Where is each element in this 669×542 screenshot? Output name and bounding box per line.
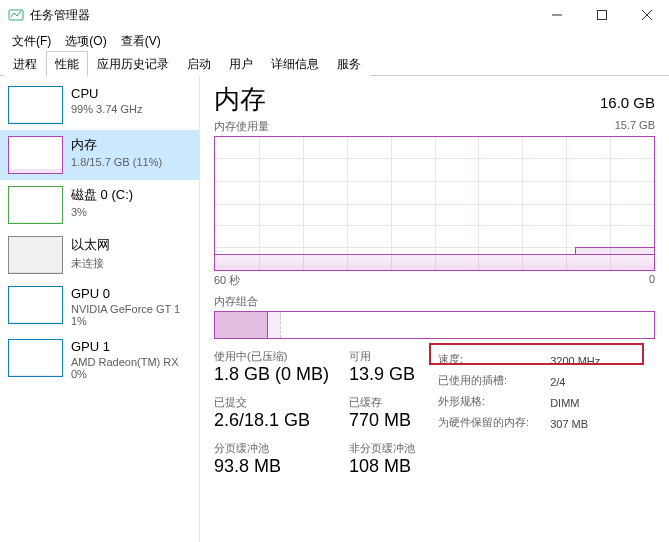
stats-section: 使用中(已压缩) 1.8 GB (0 MB) 已提交 2.6/18.1 GB 分…: [214, 349, 655, 477]
detail-total: 16.0 GB: [600, 94, 655, 111]
close-button[interactable]: [624, 1, 669, 29]
detail-title: 内存: [214, 82, 266, 117]
stat-paged: 分页缓冲池 93.8 MB: [214, 441, 329, 477]
thumb-gpu: [8, 286, 63, 324]
tab-3[interactable]: 启动: [178, 51, 220, 76]
task-manager-icon: [8, 7, 24, 23]
sidebar-item-sub: 未连接: [71, 256, 110, 271]
menu-view[interactable]: 查看(V): [115, 31, 167, 52]
tab-4[interactable]: 用户: [220, 51, 262, 76]
tab-6[interactable]: 服务: [328, 51, 370, 76]
sidebar-item-sub: 3%: [71, 206, 133, 218]
tab-2[interactable]: 应用历史记录: [88, 51, 178, 76]
sidebar-item-title: 磁盘 0 (C:): [71, 186, 133, 204]
axis-right: 0: [649, 273, 655, 288]
stat-available: 可用 13.9 GB: [349, 349, 415, 385]
stat-committed: 已提交 2.6/18.1 GB: [214, 395, 329, 431]
sidebar-item-sub: NVIDIA GeForce GT 1 1%: [71, 303, 180, 327]
sidebar: CPU99% 3.74 GHz内存1.8/15.7 GB (11%)磁盘 0 (…: [0, 76, 200, 542]
info-reserved-row: 为硬件保留的内存:307 MB: [437, 414, 601, 433]
sidebar-item-disk-2[interactable]: 磁盘 0 (C:)3%: [0, 180, 199, 230]
sidebar-item-mem-1[interactable]: 内存1.8/15.7 GB (11%): [0, 130, 199, 180]
sidebar-item-sub: 1.8/15.7 GB (11%): [71, 156, 162, 168]
info-slots-row: 已使用的插槽:2/4: [437, 372, 601, 391]
main-area: CPU99% 3.74 GHz内存1.8/15.7 GB (11%)磁盘 0 (…: [0, 76, 669, 542]
memory-composition-bar[interactable]: [214, 311, 655, 339]
titlebar: 任务管理器: [0, 0, 669, 30]
tab-bar: 进程性能应用历史记录启动用户详细信息服务: [0, 52, 669, 76]
sidebar-item-title: 以太网: [71, 236, 110, 254]
sidebar-item-title: GPU 1: [71, 339, 179, 354]
sidebar-item-sub: 99% 3.74 GHz: [71, 103, 143, 115]
sidebar-item-gpu-4[interactable]: GPU 0NVIDIA GeForce GT 1 1%: [0, 280, 199, 333]
thumb-disk: [8, 186, 63, 224]
thumb-cpu: [8, 86, 63, 124]
minimize-button[interactable]: [534, 1, 579, 29]
info-table: 速度:3200 MHz 已使用的插槽:2/4 外形规格:DIMM 为硬件保留的内…: [435, 349, 603, 435]
sidebar-item-title: 内存: [71, 136, 162, 154]
thumb-gpu: [8, 339, 63, 377]
info-speed-row: 速度:3200 MHz: [437, 351, 601, 370]
sidebar-item-eth-3[interactable]: 以太网未连接: [0, 230, 199, 280]
usage-max: 15.7 GB: [615, 119, 655, 134]
thumb-mem: [8, 136, 63, 174]
menu-options[interactable]: 选项(O): [59, 31, 112, 52]
usage-label: 内存使用量: [214, 119, 269, 134]
sidebar-item-title: GPU 0: [71, 286, 180, 301]
thumb-eth: [8, 236, 63, 274]
window-controls: [534, 1, 669, 29]
tab-5[interactable]: 详细信息: [262, 51, 328, 76]
tab-1[interactable]: 性能: [46, 51, 88, 76]
detail-panel: 内存 16.0 GB 内存使用量 15.7 GB 60 秒 0 内存组合: [200, 76, 669, 542]
stat-cached: 已缓存 770 MB: [349, 395, 415, 431]
sidebar-item-sub: AMD Radeon(TM) RX 0%: [71, 356, 179, 380]
menu-file[interactable]: 文件(F): [6, 31, 57, 52]
svg-rect-2: [597, 11, 606, 20]
stat-in-use: 使用中(已压缩) 1.8 GB (0 MB): [214, 349, 329, 385]
menubar: 文件(F) 选项(O) 查看(V): [0, 30, 669, 52]
axis-left: 60 秒: [214, 273, 240, 288]
sidebar-item-gpu-5[interactable]: GPU 1AMD Radeon(TM) RX 0%: [0, 333, 199, 386]
composition-label: 内存组合: [214, 294, 655, 309]
sidebar-item-title: CPU: [71, 86, 143, 101]
window-title: 任务管理器: [30, 7, 534, 24]
stat-nonpaged: 非分页缓冲池 108 MB: [349, 441, 415, 477]
tab-0[interactable]: 进程: [4, 51, 46, 76]
maximize-button[interactable]: [579, 1, 624, 29]
memory-usage-graph[interactable]: [214, 136, 655, 271]
sidebar-item-cpu-0[interactable]: CPU99% 3.74 GHz: [0, 80, 199, 130]
info-form-row: 外形规格:DIMM: [437, 393, 601, 412]
